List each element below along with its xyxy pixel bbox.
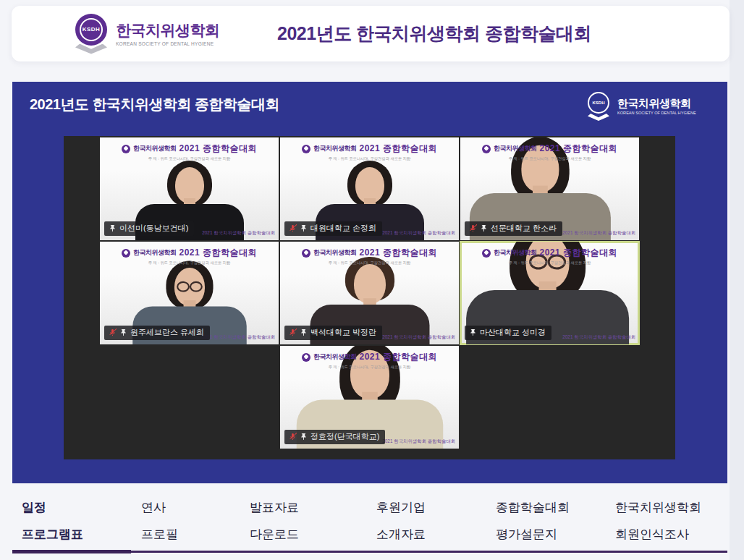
video-tile[interactable]: 한국치위생학회 2021 종합학술대회 주 제 : 위드 코로나시대, 구강건강… bbox=[460, 137, 639, 240]
banner-event: 2021 종합학술대회 bbox=[179, 143, 257, 155]
ksdh-mini-emblem-icon bbox=[122, 145, 130, 153]
participant-name-label: 이선미(동남보건대) bbox=[104, 221, 194, 236]
nav-item-presentation-materials[interactable]: 발표자료 bbox=[250, 499, 299, 516]
mic-off-icon bbox=[289, 433, 297, 441]
participant-name: 마산대학교 성미경 bbox=[480, 327, 546, 338]
participant-name: 원주세브란스 유세희 bbox=[130, 327, 204, 338]
banner-society: 한국치위생학회 bbox=[133, 248, 177, 258]
participant-name: 정효정(단국대학교) bbox=[310, 431, 379, 442]
participant-name: 선문대학교 한소라 bbox=[491, 223, 557, 234]
active-tab-indicator bbox=[12, 550, 131, 553]
nav-item-program-table[interactable]: 프로그램표 bbox=[22, 526, 83, 543]
participant-name-label: 원주세브란스 유세희 bbox=[104, 326, 210, 340]
video-tile[interactable]: 한국치위생학회 2021 종합학술대회 주 제 : 위드 코로나시대, 구강건강… bbox=[100, 242, 279, 344]
society-name: 한국치위생학회 bbox=[617, 97, 716, 111]
banner-event: 2021 종합학술대회 bbox=[179, 247, 257, 259]
slide-banner: 한국치위생학회 2021 종합학술대회 주 제 : 위드 코로나시대, 구강건강… bbox=[280, 247, 459, 268]
nav-item-conference[interactable]: 종합학술대회 bbox=[496, 499, 570, 516]
nav-column-sponsors: 후원기업 소개자료 bbox=[376, 499, 426, 543]
nav-item-intro-materials[interactable]: 소개자료 bbox=[376, 526, 426, 543]
pin-icon bbox=[480, 224, 488, 232]
nav-item-download[interactable]: 다운로드 bbox=[250, 526, 299, 543]
slide-watermark: 2021 한국치위생학회 종합학술대회 bbox=[382, 438, 455, 444]
banner-event: 2021 종합학술대회 bbox=[539, 143, 617, 155]
video-grid: 한국치위생학회 2021 종합학술대회 주 제 : 위드 코로나시대, 구강건강… bbox=[64, 136, 675, 459]
video-row-3: 한국치위생학회 2021 종합학술대회 주 제 : 위드 코로나시대, 구강건강… bbox=[64, 346, 675, 449]
banner-subtitle: 주 제 : 위드 코로나시대, 구강건강과 새로운 지향 bbox=[491, 156, 609, 161]
participant-name-label: 대원대학교 손정희 bbox=[284, 221, 382, 236]
book-icon bbox=[75, 44, 107, 54]
society-name-english: KOREAN SOCIETY OF DENTAL HYGIENE bbox=[116, 41, 214, 46]
slide-banner: 한국치위생학회 2021 종합학술대회 주 제 : 위드 코로나시대, 구강건강… bbox=[100, 247, 279, 268]
banner-subtitle: 주 제 : 위드 코로나시대, 구강건강과 새로운 지향 bbox=[491, 260, 609, 266]
slide-banner: 한국치위생학회 2021 종합학술대회 주 제 : 위드 코로나시대, 구강건강… bbox=[460, 143, 639, 164]
video-tile[interactable]: 한국치위생학회 2021 종합학술대회 주 제 : 위드 코로나시대, 구강건강… bbox=[280, 137, 459, 240]
slide-watermark: 2021 한국치위생학회 종합학술대회 bbox=[202, 229, 275, 236]
banner-society: 한국치위생학회 bbox=[313, 248, 357, 258]
banner-event: 2021 종합학술대회 bbox=[359, 143, 437, 155]
book-icon bbox=[588, 114, 609, 121]
ksdh-emblem-icon: KSDH bbox=[74, 14, 109, 54]
nav-item-member-survey[interactable]: 회원인식조사 bbox=[615, 526, 701, 543]
banner-subtitle: 주 제 : 위드 코로나시대, 구강건강과 새로운 지향 bbox=[310, 365, 428, 370]
slide-banner: 한국치위생학회 2021 종합학술대회 주 제 : 위드 코로나시대, 구강건강… bbox=[280, 351, 459, 373]
nav-item-speakers[interactable]: 연사 bbox=[141, 499, 178, 516]
ksdh-mini-emblem-icon bbox=[302, 249, 310, 258]
slide-banner: 한국치위생학회 2021 종합학술대회 주 제 : 위드 코로나시대, 구강건강… bbox=[460, 247, 639, 268]
mic-off-icon bbox=[469, 224, 477, 232]
nav-column-conference: 종합학술대회 평가설문지 bbox=[496, 499, 570, 543]
banner-subtitle: 주 제 : 위드 코로나시대, 구강건강과 새로운 지향 bbox=[310, 260, 428, 266]
participant-name-label: 정효정(단국대학교) bbox=[284, 430, 385, 444]
slide-watermark: 2021 한국치위생학회 종합학술대회 bbox=[202, 334, 275, 340]
mic-off-icon bbox=[289, 224, 297, 232]
slide-watermark: 2021 한국치위생학회 종합학술대회 bbox=[382, 229, 455, 236]
participant-name: 백석대학교 박정란 bbox=[310, 327, 376, 338]
site-logo[interactable]: KSDH 한국치위생학회 KOREAN SOCIETY OF DENTAL HY… bbox=[74, 14, 235, 54]
ksdh-mini-emblem-icon bbox=[302, 353, 310, 362]
ksdh-mini-emblem-icon bbox=[482, 249, 491, 258]
banner-society: 한국치위생학회 bbox=[133, 144, 177, 153]
pin-icon bbox=[119, 328, 127, 336]
slide-watermark: 2021 한국치위생학회 종합학술대회 bbox=[562, 229, 635, 236]
participant-name-label: 백석대학교 박정란 bbox=[284, 326, 382, 340]
nav-item-sponsor-companies[interactable]: 후원기업 bbox=[376, 499, 426, 516]
nav-column-presentations: 발표자료 다운로드 bbox=[250, 499, 299, 543]
slide-watermark: 2021 한국치위생학회 종합학술대회 bbox=[382, 334, 455, 340]
video-row-2: 한국치위생학회 2021 종합학술대회 주 제 : 위드 코로나시대, 구강건강… bbox=[64, 242, 675, 344]
banner-society: 한국치위생학회 bbox=[494, 144, 537, 153]
banner-event: 2021 종합학술대회 bbox=[539, 247, 617, 259]
nav-divider bbox=[131, 551, 727, 553]
conference-panel: 2021년도 한국치위생학회 종합학술대회 KSDH 한국치위생학회 KOREA… bbox=[12, 82, 727, 483]
pin-icon bbox=[469, 328, 477, 336]
scrollbar-track[interactable] bbox=[730, 0, 744, 560]
video-tile-active-speaker[interactable]: 한국치위생학회 2021 종합학술대회 주 제 : 위드 코로나시대, 구강건강… bbox=[460, 242, 639, 344]
video-tile[interactable]: 한국치위생학회 2021 종합학술대회 주 제 : 위드 코로나시대, 구강건강… bbox=[280, 242, 459, 344]
pin-icon bbox=[109, 224, 117, 232]
participant-name-label: 마산대학교 성미경 bbox=[465, 326, 551, 340]
banner-event: 2021 종합학술대회 bbox=[359, 247, 437, 259]
society-name-english: KOREAN SOCIETY OF DENTAL HYGIENE bbox=[617, 111, 696, 116]
pin-icon bbox=[300, 328, 308, 336]
panel-logo: KSDH 한국치위생학회 KOREAN SOCIETY OF DENTAL HY… bbox=[587, 92, 716, 121]
panel-title: 2021년도 한국치위생학회 종합학술대회 bbox=[30, 95, 279, 114]
nav-item-profile[interactable]: 프로필 bbox=[141, 526, 178, 543]
banner-subtitle: 주 제 : 위드 코로나시대, 구강건강과 새로운 지향 bbox=[130, 260, 248, 266]
participant-name: 대원대학교 손정희 bbox=[310, 223, 376, 234]
site-header: KSDH 한국치위생학회 KOREAN SOCIETY OF DENTAL HY… bbox=[12, 6, 730, 61]
video-tile[interactable]: 한국치위생학회 2021 종합학술대회 주 제 : 위드 코로나시대, 구강건강… bbox=[100, 137, 279, 240]
nav-column-speakers: 연사 프로필 bbox=[141, 499, 178, 543]
banner-society: 한국치위생학회 bbox=[313, 144, 357, 153]
nav-item-society[interactable]: 한국치위생학회 bbox=[615, 499, 701, 516]
ksdh-acronym: KSDH bbox=[80, 18, 103, 41]
pin-icon bbox=[300, 433, 308, 441]
pin-icon bbox=[300, 224, 308, 232]
mic-off-icon bbox=[109, 328, 117, 336]
nav-item-evaluation-survey[interactable]: 평가설문지 bbox=[496, 526, 570, 543]
banner-society: 한국치위생학회 bbox=[313, 352, 357, 362]
slide-watermark: 2021 한국치위생학회 종합학술대회 bbox=[562, 334, 635, 340]
ksdh-mini-emblem-icon bbox=[302, 145, 310, 153]
nav-item-schedule[interactable]: 일정 bbox=[22, 499, 83, 516]
video-tile[interactable]: 한국치위생학회 2021 종합학술대회 주 제 : 위드 코로나시대, 구강건강… bbox=[280, 346, 459, 449]
nav-column-society: 한국치위생학회 회원인식조사 bbox=[615, 499, 701, 543]
video-row-1: 한국치위생학회 2021 종합학술대회 주 제 : 위드 코로나시대, 구강건강… bbox=[64, 137, 675, 240]
